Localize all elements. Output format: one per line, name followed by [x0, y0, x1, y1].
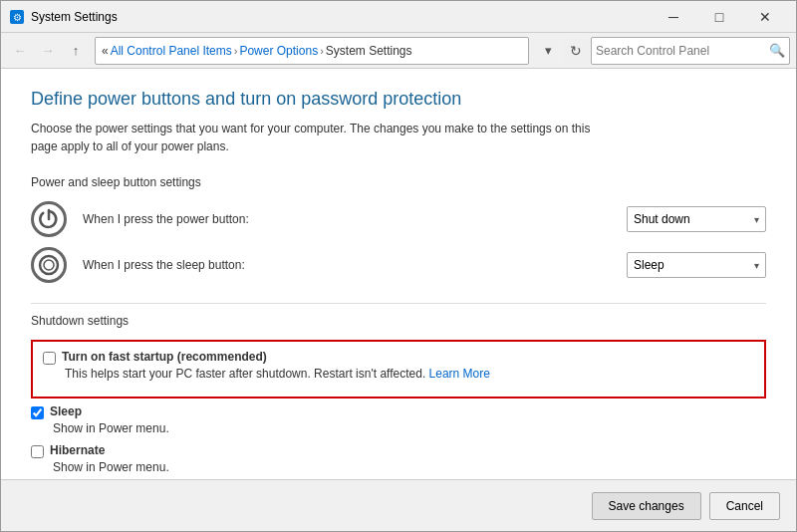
breadcrumb-current: System Settings: [326, 44, 412, 58]
hibernate-option-sublabel: Show in Power menu.: [53, 460, 766, 474]
svg-text:⚙: ⚙: [13, 12, 22, 23]
power-button-icon: [31, 201, 67, 237]
navigation-bar: ← → ↑ « All Control Panel Items › Power …: [1, 33, 796, 69]
search-input[interactable]: [596, 44, 769, 58]
hibernate-option-checkbox[interactable]: [31, 445, 44, 458]
fast-startup-box: Turn on fast startup (recommended) This …: [31, 340, 766, 399]
sleep-option-sublabel: Show in Power menu.: [53, 421, 766, 435]
forward-button[interactable]: →: [35, 38, 61, 64]
footer: Save changes Cancel: [1, 479, 796, 531]
minimize-button[interactable]: ─: [651, 1, 696, 33]
shutdown-section-title: Shutdown settings: [31, 314, 766, 330]
sleep-option-row: Sleep: [31, 404, 766, 419]
window-title: System Settings: [31, 10, 651, 24]
power-sleep-section-title: Power and sleep button settings: [31, 175, 766, 191]
fast-startup-row: Turn on fast startup (recommended): [43, 350, 754, 365]
power-sleep-settings: Power and sleep button settings When I p…: [31, 175, 766, 283]
window-controls: ─ □ ✕: [651, 1, 788, 33]
content-area: Define power buttons and turn on passwor…: [1, 69, 796, 531]
settings-divider: [31, 303, 766, 304]
sleep-button-row: When I press the sleep button: Sleep ▾: [31, 247, 766, 283]
sleep-button-label: When I press the sleep button:: [83, 258, 611, 272]
back-button[interactable]: ←: [7, 38, 33, 64]
breadcrumb-power-options[interactable]: Power Options: [239, 44, 318, 58]
hibernate-option-row: Hibernate: [31, 443, 766, 458]
fast-startup-sublabel: This helps start your PC faster after sh…: [65, 367, 754, 381]
breadcrumb-prefix: «: [102, 44, 109, 58]
sleep-option-label: Sleep: [50, 404, 82, 418]
shutdown-settings: Shutdown settings Turn on fast startup (…: [31, 314, 766, 479]
page-description: Choose the power settings that you want …: [31, 120, 766, 155]
cancel-button[interactable]: Cancel: [709, 492, 780, 520]
description-line1: Choose the power settings that you want …: [31, 122, 590, 135]
breadcrumb-dropdown-button[interactable]: ▾: [535, 38, 561, 64]
svg-point-4: [44, 260, 54, 270]
maximize-button[interactable]: □: [696, 1, 742, 33]
title-bar: ⚙ System Settings ─ □ ✕: [1, 1, 796, 33]
svg-point-3: [40, 256, 58, 274]
fast-startup-checkbox[interactable]: [43, 352, 56, 365]
page-title: Define power buttons and turn on passwor…: [31, 89, 766, 110]
learn-more-link[interactable]: Learn More: [429, 367, 490, 381]
hibernate-option-label: Hibernate: [50, 443, 105, 457]
power-button-label: When I press the power button:: [83, 212, 611, 226]
main-window: ⚙ System Settings ─ □ ✕ ← → ↑ « All Cont…: [0, 0, 797, 532]
search-box[interactable]: 🔍: [591, 37, 790, 65]
window-icon: ⚙: [9, 9, 25, 25]
fast-startup-label: Turn on fast startup (recommended): [62, 350, 267, 364]
breadcrumb-controls: ▾ ↻: [535, 38, 589, 64]
sleep-option-checkbox[interactable]: [31, 406, 44, 419]
breadcrumb-all-control-panel[interactable]: All Control Panel Items: [111, 44, 232, 58]
power-button-value: Shut down: [634, 212, 690, 226]
sleep-button-value: Sleep: [634, 258, 664, 272]
description-line2: page apply to all of your power plans.: [31, 139, 229, 153]
refresh-button[interactable]: ↻: [563, 38, 589, 64]
up-button[interactable]: ↑: [63, 38, 89, 64]
search-icon: 🔍: [769, 43, 785, 58]
power-dropdown-arrow: ▾: [754, 214, 759, 225]
power-button-dropdown[interactable]: Shut down ▾: [627, 206, 766, 232]
breadcrumb: « All Control Panel Items › Power Option…: [95, 37, 529, 65]
sleep-button-icon: [31, 247, 67, 283]
close-button[interactable]: ✕: [742, 1, 788, 33]
sleep-dropdown-arrow: ▾: [754, 260, 759, 271]
save-changes-button[interactable]: Save changes: [592, 492, 701, 520]
power-button-row: When I press the power button: Shut down…: [31, 201, 766, 237]
sleep-button-dropdown[interactable]: Sleep ▾: [627, 252, 766, 278]
main-content: Define power buttons and turn on passwor…: [1, 69, 796, 479]
